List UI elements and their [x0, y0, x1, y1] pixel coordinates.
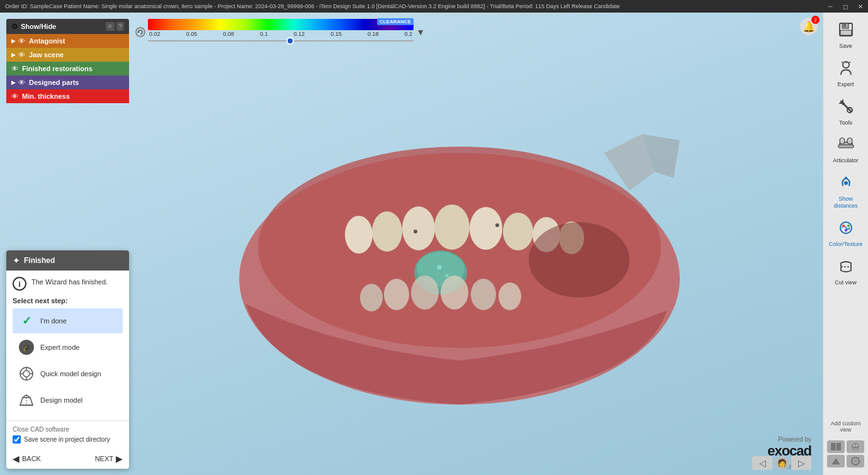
colorbar-tick-4: 0.1: [260, 31, 268, 37]
next-arrow-icon: ▶: [116, 454, 123, 464]
colorbar: CLEARANCE 0.02 0.05 0.08 0.1 0.12 0.15 0…: [148, 19, 414, 45]
svg-point-20: [414, 230, 417, 233]
notification-button[interactable]: 🔔 2: [800, 18, 818, 35]
save-scene-checkbox[interactable]: [13, 435, 21, 444]
wizard-footer: ◀ BACK NEXT ▶: [6, 449, 129, 469]
colorbar-clearance-label: CLEARANCE: [377, 18, 414, 25]
minthick-label: Min. thickness: [22, 92, 70, 100]
svg-point-23: [445, 274, 449, 277]
view-ctrl-face[interactable]: 🧑: [775, 456, 789, 470]
colorbar-tick-2: 0.05: [186, 31, 198, 37]
colorbar-thumb[interactable]: [286, 37, 294, 45]
svg-rect-36: [840, 30, 852, 35]
step-design-model[interactable]: Design model: [13, 388, 123, 413]
colorbar-expand-icon[interactable]: ▼: [416, 27, 425, 37]
colorbar-container: CLEARANCE 0.02 0.05 0.08 0.1 0.12 0.15 0…: [135, 19, 425, 45]
wizard-title: Finished: [24, 256, 55, 265]
colorbar-tick-7: 0.18: [368, 31, 379, 37]
view-preset-4[interactable]: [847, 455, 864, 467]
finished-label: Finished restorations: [22, 65, 93, 72]
showhide-info-btn[interactable]: ≡: [106, 22, 115, 31]
svg-point-22: [437, 265, 442, 270]
view-preset-1[interactable]: [827, 440, 845, 453]
back-button[interactable]: ◀ BACK: [13, 454, 41, 464]
color-texture-button[interactable]: Color/Texture: [827, 216, 865, 252]
jawscene-label: Jaw scene: [29, 51, 64, 59]
step-im-done[interactable]: ✓ I'm done: [13, 308, 123, 333]
view-preset-3[interactable]: [827, 455, 845, 467]
svg-point-62: [854, 459, 857, 463]
next-label: NEXT: [95, 455, 113, 462]
svg-point-17: [471, 279, 496, 310]
designed-eye-icon: 👁: [18, 79, 25, 86]
svg-point-7: [470, 207, 502, 250]
show-distances-button[interactable]: Show distances: [827, 170, 865, 213]
showhide-header: ⚙ Show/Hide ≡ ?: [6, 19, 129, 34]
colorbar-rotate-icon[interactable]: [135, 27, 145, 37]
expert-icon: [838, 60, 854, 80]
svg-point-16: [441, 276, 468, 310]
antagonist-expand-icon: ▶: [11, 38, 16, 44]
designed-expand-icon: ▶: [11, 79, 16, 86]
show-distances-icon: [838, 174, 854, 194]
titlebar-controls: ─ ◻ ✕: [823, 0, 868, 13]
articulator-icon: [837, 136, 855, 156]
jawscene-eye-icon: 👁: [18, 51, 25, 59]
svg-point-49: [845, 177, 847, 179]
view-preset-face[interactable]: [847, 440, 864, 453]
quick-model-label: Quick model design: [40, 370, 101, 377]
close-cad-section: Close CAD software Save scene in project…: [6, 420, 129, 449]
showhide-help-btn[interactable]: ?: [116, 22, 124, 31]
expert-button[interactable]: Expert: [827, 56, 865, 92]
viewport: CLEARANCE 0.02 0.05 0.08 0.1 0.12 0.15 0…: [0, 13, 868, 475]
minimize-button[interactable]: ─: [823, 0, 838, 13]
check-icon: ✓: [18, 312, 35, 330]
expert-mode-label: Expert mode: [40, 344, 79, 351]
cut-view-button[interactable]: Cut view: [827, 254, 865, 290]
svg-point-59: [856, 445, 858, 447]
colorbar-tick-3: 0.08: [223, 31, 234, 37]
layer-min-thickness[interactable]: 👁 Min. thickness: [6, 89, 129, 103]
save-scene-row: Save scene in project directory: [13, 435, 123, 444]
custom-view-controls: [823, 438, 868, 470]
svg-point-6: [434, 204, 470, 250]
close-button[interactable]: ✕: [853, 0, 868, 13]
layer-finished-restorations[interactable]: 👁 Finished restorations: [6, 62, 129, 75]
view-ctrl-left[interactable]: ◁: [752, 456, 772, 470]
view-ctrl-right[interactable]: ▷: [791, 456, 811, 470]
showhide-title: Show/Hide: [21, 23, 106, 30]
dental-model-svg: [214, 77, 705, 430]
svg-point-53: [845, 229, 847, 232]
design-model-label: Design model: [40, 396, 82, 404]
titlebar: Order ID: SampleCase Patient Name: Singl…: [0, 0, 868, 13]
expert-label: Expert: [837, 81, 854, 88]
layer-antagonist[interactable]: ▶ 👁 Antagonist: [6, 34, 129, 48]
finished-eye-icon: 👁: [11, 65, 18, 72]
svg-rect-35: [843, 23, 846, 27]
articulator-label: Articulator: [833, 157, 859, 164]
layer-designed-parts[interactable]: ▶ 👁 Designed parts: [6, 75, 129, 89]
back-label: BACK: [22, 455, 41, 462]
next-button[interactable]: NEXT ▶: [95, 454, 123, 464]
svg-point-52: [847, 225, 850, 227]
select-next-label: Select next step:: [13, 297, 123, 305]
save-button[interactable]: Save: [827, 18, 865, 53]
colorbar-slider-track[interactable]: [148, 37, 414, 45]
tools-button[interactable]: Tools: [827, 94, 865, 130]
step-quick-model[interactable]: Quick model design: [13, 361, 123, 386]
jawscene-expand-icon: ▶: [11, 52, 16, 58]
minthick-eye-icon: 👁: [11, 92, 18, 100]
svg-point-48: [844, 181, 848, 185]
step-expert-mode[interactable]: 🎓 Expert mode: [13, 335, 123, 360]
svg-point-47: [847, 138, 852, 144]
layer-jawscene[interactable]: ▶ 👁 Jaw scene: [6, 48, 129, 62]
tools-icon: [838, 98, 854, 118]
restore-button[interactable]: ◻: [838, 0, 853, 13]
svg-point-58: [854, 445, 855, 447]
colorbar-tick-6: 0.15: [330, 31, 342, 37]
articulator-button[interactable]: Articulator: [827, 132, 865, 168]
dental-model-viewport[interactable]: [113, 63, 805, 444]
wizard-panel: ✦ Finished i The Wizard has finished. Se…: [6, 250, 129, 469]
showhide-panel: ⚙ Show/Hide ≡ ? ▶ 👁 Antagonist ▶ 👁 Jaw s…: [6, 19, 129, 103]
designed-label: Designed parts: [29, 79, 79, 86]
